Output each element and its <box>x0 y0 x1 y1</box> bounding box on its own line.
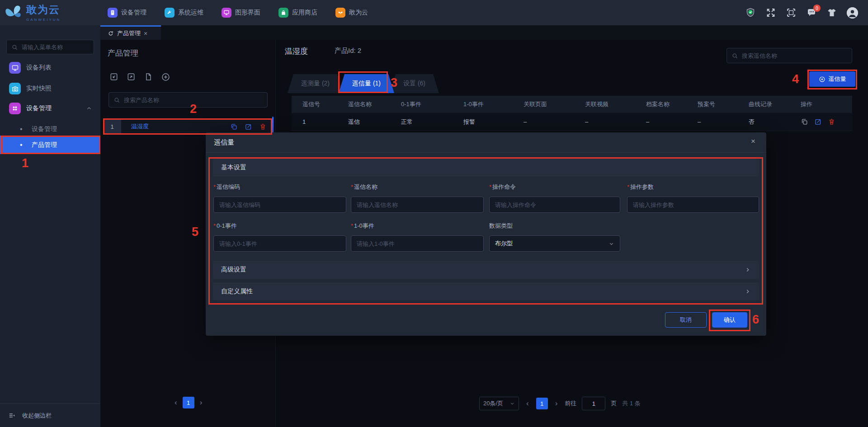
table-header: 遥信号 遥信名称 0-1事件 1-0事件 关联页面 关联视频 档案名称 预案号 … <box>292 96 852 113</box>
signal-code-input[interactable] <box>213 197 346 213</box>
page-unit-label: 页 <box>611 399 617 408</box>
nav-item-graphic-ui[interactable]: 图形界面 <box>222 0 260 25</box>
sidebar-subitem-device-manage[interactable]: • 设备管理 <box>0 121 100 137</box>
add-product-icon[interactable] <box>161 72 170 81</box>
sidebar-search[interactable] <box>6 40 94 54</box>
prev-page-icon[interactable]: ‹ <box>524 399 531 408</box>
goto-page-input[interactable] <box>582 397 605 410</box>
current-page-button[interactable]: 1 <box>536 398 548 409</box>
cell: 否 <box>749 113 755 131</box>
security-shield-icon[interactable] <box>745 7 756 18</box>
app-logo: 敢为云 GANWEIYUN <box>4 2 61 23</box>
table-row[interactable]: 1 遥信 正常 报警 – – – – 否 <box>292 113 852 131</box>
doc-tab-label: 产品管理 <box>117 29 141 38</box>
divider <box>206 152 766 153</box>
sidebar-subitem-product-manage[interactable]: • 产品管理 <box>0 136 100 154</box>
col-header: 1-0事件 <box>463 96 484 113</box>
nav-label: 设备管理 <box>121 9 146 17</box>
export-icon[interactable] <box>127 72 136 81</box>
refresh-icon[interactable] <box>108 30 114 37</box>
page-size-value: 20条/页 <box>483 399 503 408</box>
user-avatar[interactable] <box>847 7 858 19</box>
prev-page-icon[interactable]: ‹ <box>173 398 179 407</box>
nav-label: 应用商店 <box>292 9 317 17</box>
nav-item-ganweiyun[interactable]: 敢为云 <box>335 0 368 25</box>
op-command-input[interactable] <box>489 197 620 213</box>
advanced-settings-section[interactable]: 高级设置 <box>213 261 759 279</box>
col-header: 关联页面 <box>524 96 547 113</box>
signal-table: 遥信号 遥信名称 0-1事件 1-0事件 关联页面 关联视频 档案名称 预案号 … <box>292 96 852 131</box>
nav-item-app-store[interactable]: 应用商店 <box>278 0 317 25</box>
signal-name-input[interactable] <box>351 197 484 213</box>
field-label-event-10: 1-0事件 <box>351 222 374 230</box>
copy-icon[interactable] <box>801 118 808 126</box>
product-row-index: 1 <box>103 118 121 135</box>
copy-icon[interactable] <box>230 123 238 131</box>
sidebar-item-device-list[interactable]: 设备列表 <box>0 60 100 76</box>
confirm-button[interactable]: 确认 <box>712 312 747 328</box>
cell: 报警 <box>463 113 475 131</box>
event-01-input[interactable] <box>213 235 346 252</box>
data-type-select[interactable]: 布尔型 <box>489 235 620 252</box>
fullscreen-icon[interactable] <box>765 7 776 18</box>
current-page-button[interactable]: 1 <box>183 397 194 408</box>
next-page-icon[interactable]: › <box>553 399 560 408</box>
sidebar-item-label: 实时快照 <box>26 84 52 93</box>
goto-label: 前往 <box>565 399 576 408</box>
cancel-button[interactable]: 取消 <box>665 312 707 328</box>
nav-label: 系统运维 <box>178 9 203 17</box>
doc-tab-product-manage[interactable]: 产品管理 × <box>100 25 161 40</box>
app-store-icon <box>278 8 288 18</box>
signal-modal: 遥信量 × 基本设置 遥信编码 遥信名称 操作命令 操作参数 0-1事件 1-0… <box>206 132 766 336</box>
modal-close-icon[interactable]: × <box>751 137 755 146</box>
theme-shirt-icon[interactable] <box>826 7 837 18</box>
nav-item-system-ops[interactable]: 系统运维 <box>165 0 203 25</box>
import-icon[interactable] <box>109 72 118 81</box>
custom-attributes-section[interactable]: 自定义属性 <box>213 282 759 300</box>
sidebar-item-snapshot[interactable]: 实时快照 <box>0 80 100 97</box>
add-signal-button[interactable]: 遥信量 <box>809 71 855 87</box>
tab-telemetry[interactable]: 遥测量 (2) <box>288 74 343 93</box>
message-icon[interactable]: 0 <box>806 7 817 18</box>
total-count-label: 共 1 条 <box>622 399 640 408</box>
product-row-name[interactable]: 温湿度 <box>131 122 149 131</box>
sidebar-item-label: 设备列表 <box>26 64 52 72</box>
chevron-up-icon <box>86 105 92 112</box>
op-param-input[interactable] <box>627 197 759 213</box>
monitor-icon <box>9 62 21 74</box>
section-label: 基本设置 <box>221 164 246 172</box>
butterfly-logo-icon <box>4 2 24 23</box>
edit-icon[interactable] <box>814 118 822 126</box>
nav-item-device-manage[interactable]: 设备管理 <box>108 0 146 25</box>
tab-signal[interactable]: 遥信量 (1) <box>339 74 394 93</box>
col-header: 遥信名称 <box>348 96 372 113</box>
page-size-select[interactable]: 20条/页 <box>479 397 519 410</box>
product-panel-title: 产品管理 <box>108 48 138 58</box>
event-10-input[interactable] <box>351 235 484 252</box>
delete-icon[interactable] <box>259 123 267 131</box>
col-header: 关联视频 <box>585 96 609 113</box>
field-label-signal-code: 遥信编码 <box>213 183 240 191</box>
signal-search-input[interactable] <box>742 52 837 59</box>
next-page-icon[interactable]: › <box>198 398 204 407</box>
col-header: 0-1事件 <box>401 96 421 113</box>
signal-search[interactable] <box>726 48 852 63</box>
product-search-input[interactable] <box>124 97 255 103</box>
search-icon <box>731 52 738 59</box>
modal-title: 遥信量 <box>214 138 234 147</box>
product-pagination: ‹ 1 › <box>173 397 204 408</box>
sidebar-item-device-manage[interactable]: 设备管理 <box>0 100 100 117</box>
close-tab-icon[interactable]: × <box>144 30 147 37</box>
delete-icon[interactable] <box>828 118 835 126</box>
screenshot-frame-icon[interactable] <box>786 7 797 18</box>
cell: 正常 <box>401 113 413 131</box>
document-icon[interactable] <box>144 72 153 81</box>
logo-subtitle: GANWEIYUN <box>26 18 61 22</box>
tab-settings[interactable]: 设置 (6) <box>390 74 439 93</box>
topbar: 敢为云 GANWEIYUN 设备管理 系统运维 图形界面 应用 <box>0 0 868 25</box>
product-search[interactable] <box>108 92 268 108</box>
sidebar-search-input[interactable] <box>22 44 85 51</box>
collapse-sidebar-button[interactable]: 收起侧边栏 <box>0 404 100 427</box>
edit-icon[interactable] <box>245 123 252 131</box>
col-header: 档案名称 <box>646 96 670 113</box>
